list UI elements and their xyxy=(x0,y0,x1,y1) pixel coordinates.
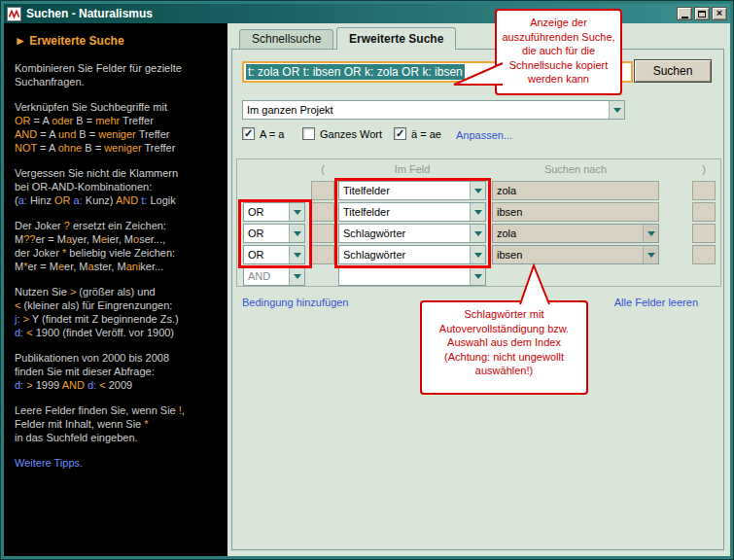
dropdown-button[interactable] xyxy=(289,267,304,285)
field-select-value: Schlagwörter xyxy=(339,246,470,263)
maximize-icon xyxy=(698,11,706,18)
operator-select[interactable]: OR xyxy=(243,245,305,264)
tip-line: Vergessen Sie nicht die Klammern xyxy=(15,166,217,180)
tab-schnellsuche[interactable]: Schnellsuche xyxy=(239,29,333,49)
tip-line: Publikationen von 2000 bis 2008 xyxy=(15,351,217,365)
tip-line: M*er = Meer, Master, Maniker... xyxy=(15,260,217,273)
annotation-callout-autocomplete-tail xyxy=(512,262,559,308)
operator-select[interactable]: OR xyxy=(243,202,305,222)
field-select[interactable]: Schlagwörter xyxy=(338,224,486,243)
operator-select-value: OR xyxy=(244,225,289,242)
chevron-down-icon xyxy=(613,108,621,113)
condition-row-4: ORSchlagwörteribsen xyxy=(237,245,720,264)
minimize-button[interactable] xyxy=(677,7,692,20)
chevron-down-icon xyxy=(474,253,482,258)
checkbox-label[interactable]: A = a xyxy=(260,128,284,140)
condition-row-5: AND xyxy=(237,266,720,286)
main-area: Schnellsuche Erweiterte Suche t: zola OR… xyxy=(227,23,730,556)
dropdown-button[interactable] xyxy=(289,246,304,263)
search-panel: t: zola OR t: ibsen OR k: zola OR k: ibs… xyxy=(231,49,724,550)
tip-line: AND = A und B = weniger Treffer xyxy=(15,127,217,141)
app-window: Suchen - Naturalismus × ► Erweiterte Suc… xyxy=(0,0,734,560)
annotation-callout-autocomplete: Schlagwörter mit Autovervollständigung b… xyxy=(420,300,588,395)
open-bracket-field[interactable] xyxy=(311,224,334,243)
tip-line: NOT = A ohne B = weniger Treffer xyxy=(15,141,217,155)
field-select[interactable] xyxy=(338,266,486,286)
dropdown-button[interactable] xyxy=(470,267,485,285)
field-select-value xyxy=(339,267,470,285)
options-row: ✓A = aGanzes Wort✓ä = aeAnpassen... xyxy=(232,127,723,145)
close-button[interactable]: × xyxy=(712,7,727,20)
tip-line: Suchanfragen. xyxy=(15,75,217,88)
dropdown-button[interactable] xyxy=(470,182,485,199)
checkbox-label[interactable]: ä = ae xyxy=(411,128,441,140)
tab-erweiterte-suche[interactable]: Erweiterte Suche xyxy=(336,27,456,50)
operator-select[interactable]: AND xyxy=(243,266,305,286)
tip-line: OR = A oder B = mehr Treffer xyxy=(15,114,217,127)
tip-line: Nutzen Sie > (größer als) und xyxy=(15,285,217,298)
operator-select-value: AND xyxy=(244,267,289,285)
app-icon xyxy=(7,7,21,21)
operator-select[interactable]: OR xyxy=(243,224,305,243)
open-bracket-field[interactable] xyxy=(311,245,334,264)
tip-line: d: > 1999 AND d: < 2009 xyxy=(15,378,217,392)
checkbox[interactable]: ✓ xyxy=(242,127,255,140)
chevron-down-icon xyxy=(474,231,482,236)
term-select[interactable]: zola xyxy=(492,224,659,243)
open-bracket-field[interactable] xyxy=(311,181,334,200)
weitere-tipps-link[interactable]: Weitere Tipps. xyxy=(15,456,217,470)
close-bracket-field[interactable] xyxy=(692,224,716,243)
dropdown-button[interactable] xyxy=(643,225,658,242)
tip-line: in das Suchfeld eingeben. xyxy=(15,431,217,444)
checkbox-option-1: ✓A = a xyxy=(242,127,284,140)
chevron-down-icon xyxy=(647,231,655,236)
scope-select[interactable]: Im ganzen Projekt xyxy=(242,100,625,120)
checkbox-label[interactable]: Ganzes Wort xyxy=(320,128,382,140)
operator-select-value: OR xyxy=(244,246,289,263)
condition-row-1: Titelfelderzola xyxy=(237,181,720,200)
tip-line: Leere Felder finden Sie, wenn Sie !, xyxy=(15,403,217,417)
tip-line: d: < 1900 (findet Veröff. vor 1900) xyxy=(15,326,217,339)
field-select-value: Titelfelder xyxy=(339,203,470,221)
tip-line: bei OR-AND-Kombinationen: xyxy=(15,180,217,193)
dropdown-button[interactable] xyxy=(470,246,485,263)
annotation-callout-query: Anzeige der auszuführenden Suche, die au… xyxy=(495,9,622,95)
checkbox[interactable]: ✓ xyxy=(394,127,406,140)
tip-line: < (kleiner als) für Eingrenzungen: xyxy=(15,298,217,312)
close-bracket-field[interactable] xyxy=(692,202,716,222)
close-bracket-field[interactable] xyxy=(692,181,716,200)
maximize-button[interactable] xyxy=(694,7,710,20)
tip-line: (a: Hinz OR a: Kunz) AND t: Logik xyxy=(15,193,217,207)
suchen-button[interactable]: Suchen xyxy=(634,59,712,83)
tip-line: Felder mit Inhalt, wenn Sie * xyxy=(15,417,217,431)
open-bracket-field[interactable] xyxy=(311,202,334,222)
dropdown-button[interactable] xyxy=(643,246,658,263)
dropdown-button[interactable] xyxy=(470,203,485,221)
dropdown-button[interactable] xyxy=(470,225,485,242)
clear-fields-link[interactable]: Alle Felder leeren xyxy=(614,297,698,308)
field-select[interactable]: Schlagwörter xyxy=(338,245,486,264)
tip-line: Verknüpfen Sie Suchbegriffe mit xyxy=(15,100,217,114)
scope-dropdown-button[interactable] xyxy=(609,101,624,119)
field-select-value: Schlagwörter xyxy=(339,225,470,242)
chevron-down-icon xyxy=(474,189,482,193)
tip-line: ► Erweiterte Suche xyxy=(15,33,217,50)
anpassen-link[interactable]: Anpassen... xyxy=(456,129,512,141)
add-condition-link[interactable]: Bedingung hinzufügen xyxy=(242,297,348,308)
chevron-down-icon xyxy=(294,274,301,279)
dropdown-button[interactable] xyxy=(289,225,304,242)
tip-line: j: > Y (findet mit Z beginnende Zs.) xyxy=(15,312,217,326)
field-select[interactable]: Titelfelder xyxy=(338,181,486,200)
chevron-down-icon xyxy=(294,253,301,258)
field-select[interactable]: Titelfelder xyxy=(338,202,486,222)
operator-select-value: OR xyxy=(244,203,289,221)
term-field[interactable]: zola xyxy=(492,181,659,200)
dropdown-button[interactable] xyxy=(289,203,304,221)
checkbox[interactable] xyxy=(302,127,315,140)
chevron-down-icon xyxy=(474,210,482,215)
close-icon: × xyxy=(717,8,722,18)
close-bracket-field[interactable] xyxy=(692,245,716,264)
tip-line: der Joker * beliebig viele Zeichen: xyxy=(15,246,217,260)
annotation-callout-query-tail xyxy=(450,55,505,90)
term-field[interactable]: ibsen xyxy=(492,202,659,222)
